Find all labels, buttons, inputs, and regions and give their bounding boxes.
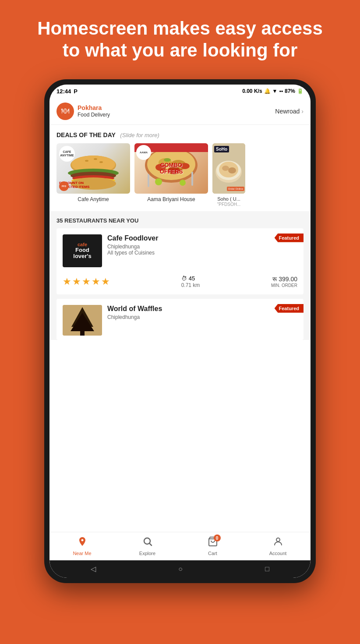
combo-label: COMBOOFFERS [160, 162, 183, 175]
back-button[interactable]: ◁ [91, 565, 96, 573]
nav-near-me[interactable]: Near Me [49, 532, 115, 560]
restaurant-card-foodlover[interactable]: Featured cafe Foodlover's Cafe Foodlover [56, 228, 304, 294]
card-bottom-1: ★ ★ ★ ★ ★ ⏱ 45 0.71 [56, 272, 304, 294]
brand-sub: Food Delivery [78, 112, 110, 118]
foodlover-cuisine: All types of Cuisines [107, 250, 297, 256]
location-text: Newroad [275, 108, 300, 115]
cart-label: Cart [208, 551, 217, 556]
restaurants-section: 35 RESTAURANTS NEAR YOU Featured cafe Fo… [49, 211, 311, 340]
nav-explore[interactable]: Explore [115, 532, 180, 560]
foodlover-info: Cafe Foodlover Chipledhunga All types of… [107, 234, 297, 267]
deal-image-cafe: CAFEANYTIME DISCOUNT ONSELECTED ITEMS PF… [56, 143, 130, 194]
svg-point-3 [94, 158, 97, 160]
deals-subtitle: (Slide for more) [120, 132, 159, 138]
svg-rect-19 [191, 172, 193, 186]
min-label: MIN. ORDER [271, 283, 297, 288]
android-nav: ◁ ○ □ [49, 560, 311, 578]
featured-badge-2: Featured [275, 304, 304, 313]
restaurants-count: 35 RESTAURANTS NEAR YOU [56, 217, 304, 224]
waffles-info: World of Waffles Chipledhunga [107, 305, 297, 336]
min-order-1: रू 399.00 MIN. ORDER [271, 276, 297, 288]
waffles-svg [63, 305, 102, 336]
location-button[interactable]: Newroad › [275, 108, 304, 115]
page-heading: Homescreen makes easy access to what you… [26, 18, 334, 62]
app-header: 🍽 Pokhara Food Delivery Newroad › [49, 98, 311, 125]
account-icon [273, 536, 283, 549]
search-icon [142, 536, 153, 547]
delivery-km: 0.71 km [181, 282, 200, 288]
cafe-badge: CAFEANYTIME [59, 146, 75, 162]
foodlover-logo: cafe Foodlover's [63, 234, 102, 267]
cart-badge: 0 [214, 534, 221, 541]
svg-point-20 [155, 178, 162, 185]
brand-name: Pokhara [78, 104, 110, 112]
cart-icon-wrapper: 0 [208, 536, 218, 549]
restaurant-card-waffles[interactable]: Featured [56, 299, 304, 340]
phone-wrapper: 12:44 P 0.00 K/s 🔔 ▼ ▪▪ 87% 🔋 🍽 Pokh [0, 79, 360, 583]
deal-image-soho: SoHo Order Online [212, 143, 245, 194]
order-online-badge: Order Online [227, 187, 244, 191]
foodlover-stars: ★ ★ ★ ★ ★ [63, 276, 110, 287]
timer-icon: ⏱ [181, 275, 187, 282]
aama-badge: AAMA [136, 145, 151, 160]
explore-icon [142, 536, 153, 549]
pfd-badge: PFD [59, 181, 69, 191]
phone-device: 12:44 P 0.00 K/s 🔔 ▼ ▪▪ 87% 🔋 🍽 Pokh [44, 79, 316, 583]
chevron-icon: › [301, 108, 304, 115]
battery-icon: 🔋 [297, 88, 304, 94]
svg-point-17 [164, 158, 171, 162]
svg-point-21 [180, 180, 186, 186]
status-time: 12:44 [56, 88, 71, 95]
nav-cart[interactable]: 0 Cart [180, 532, 245, 560]
foodlover-area: Chipledhunga [107, 244, 297, 250]
featured-badge-1: Featured [275, 234, 304, 242]
deals-carousel: CAFEANYTIME DISCOUNT ONSELECTED ITEMS PF… [56, 143, 304, 207]
deal-image-aama: COMBOOFFERS AAMA [134, 143, 208, 194]
star-5: ★ [101, 276, 110, 287]
soho-badge: SoHo [214, 146, 229, 152]
scroll-content: DEALS OF THE DAY (Slide for more) [49, 125, 311, 532]
deal-card-cafe-anytime[interactable]: CAFEANYTIME DISCOUNT ONSELECTED ITEMS PF… [56, 143, 130, 207]
status-right: 0.00 K/s 🔔 ▼ ▪▪ 87% 🔋 [242, 88, 304, 94]
waffles-logo [63, 305, 102, 336]
card-top-2: World of Waffles Chipledhunga [56, 299, 304, 340]
explore-label: Explore [139, 551, 155, 556]
waffles-name: World of Waffles [107, 305, 297, 313]
foodlover-name: Cafe Foodlover [107, 234, 297, 242]
phone-screen: 12:44 P 0.00 K/s 🔔 ▼ ▪▪ 87% 🔋 🍽 Pokh [49, 85, 311, 578]
card-top-1: cafe Foodlover's Cafe Foodlover Chipledh… [56, 228, 304, 272]
status-p-icon: P [74, 88, 78, 95]
deals-title: DEALS OF THE DAY [56, 131, 116, 138]
logo-text: Pokhara Food Delivery [78, 104, 110, 118]
status-left: 12:44 P [56, 88, 78, 95]
svg-point-28 [228, 167, 236, 173]
logo-area: 🍽 Pokhara Food Delivery [56, 103, 110, 120]
cart-wrapper: 0 [208, 536, 218, 549]
near-me-label: Near Me [73, 551, 91, 556]
svg-rect-32 [80, 329, 85, 336]
page-header: Homescreen makes easy access to what you… [0, 0, 360, 75]
star-2: ★ [72, 276, 81, 287]
delivery-time: ⏱ 45 [181, 275, 200, 282]
star-3: ★ [82, 276, 91, 287]
near-me-icon [77, 536, 88, 549]
deal-name-aama: Aama Briyani House [134, 196, 208, 202]
min-price: रू 399.00 [271, 276, 297, 283]
svg-point-27 [222, 166, 229, 171]
deal-card-soho[interactable]: SoHo Order Online Soho ( U..."PFDSOH... [212, 143, 245, 207]
svg-point-2 [85, 160, 88, 162]
recent-button[interactable]: □ [265, 565, 269, 573]
nav-account[interactable]: Account [245, 532, 311, 560]
wifi-icon: ▼ [272, 88, 278, 94]
waffles-area: Chipledhunga [107, 314, 297, 320]
deal-card-aama[interactable]: COMBOOFFERS AAMA Aama Briyani House [134, 143, 208, 207]
signal-icon: ▪▪ [279, 88, 283, 94]
star-1: ★ [63, 276, 71, 287]
svg-point-4 [99, 161, 103, 163]
location-pin-icon [77, 536, 88, 547]
home-button[interactable]: ○ [178, 565, 183, 573]
mute-icon: 🔔 [264, 88, 271, 94]
svg-point-34 [276, 538, 280, 541]
delivery-details: ⏱ 45 0.71 km [181, 275, 200, 288]
logo-icon: 🍽 [56, 103, 74, 120]
